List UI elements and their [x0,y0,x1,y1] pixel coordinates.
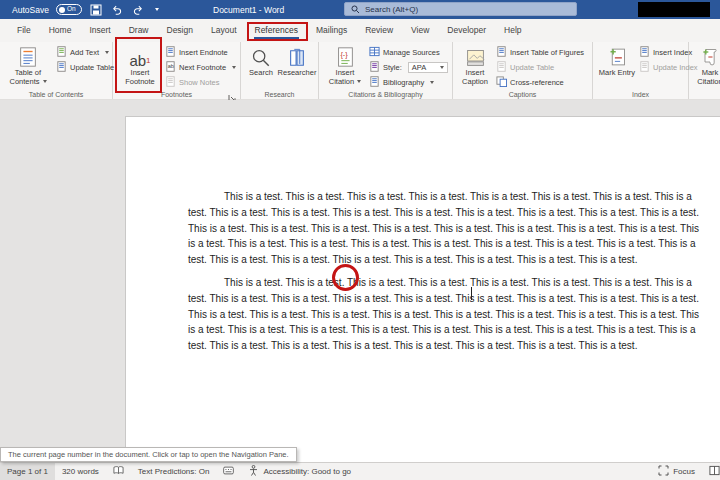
autosave-label: AutoSave [12,5,49,15]
add-text-button[interactable]: Add Text [56,46,114,58]
bibliography-icon [369,76,380,89]
show-notes-button[interactable]: Show Notes [165,76,236,88]
update-table-icon [56,61,67,74]
group-research: Search Researcher Research [241,42,319,99]
text-cursor [471,287,472,300]
group-label-table-of-contents: Table of Contents [0,91,112,98]
page-number-status[interactable]: Page 1 of 1 [0,463,55,480]
group-label-footnotes: Footnotes [113,91,240,98]
style-select[interactable]: APA [408,62,448,73]
word-count-status[interactable]: 320 words [55,463,106,480]
insert-table-of-figures-button[interactable]: Insert Table of Figures [496,46,584,58]
tab-view[interactable]: View [402,20,438,41]
undo-icon[interactable] [110,3,124,17]
save-icon[interactable] [89,3,103,17]
text-predictions-icon [223,465,234,478]
title-bar: AutoSave On Document1 - Word Search (Alt… [0,0,720,19]
insert-footnote-icon: ab1 [129,44,150,68]
autosave-toggle[interactable]: On [56,4,82,15]
tab-review[interactable]: Review [356,20,402,41]
paragraph: This is a test. This is a test. This is … [188,275,704,354]
document-text[interactable]: This is a test. This is a test. This is … [188,189,704,361]
tab-layout[interactable]: Layout [202,20,246,41]
update-table-captions-icon [496,61,507,74]
active-tab-underline [254,37,299,39]
insert-citation-button[interactable]: {-} Insert Citation [324,44,366,86]
add-text-icon [56,46,67,59]
bibliography-button[interactable]: Bibliography [369,76,448,88]
mark-citation-button[interactable]: Mark Citation [695,44,720,86]
search-input[interactable]: Search (Alt+Q) [344,2,577,16]
quick-access-toolbar: AutoSave On [12,0,159,19]
proofing-status[interactable] [106,463,131,480]
tab-design[interactable]: Design [158,20,202,41]
style-icon [369,61,380,74]
tab-file[interactable]: File [8,20,40,41]
mark-entry-icon [607,44,628,68]
table-of-contents-icon [17,44,39,68]
ribbon: Table of Contents Add Text Update Table … [0,42,720,100]
researcher-button[interactable]: Researcher [277,44,317,78]
insert-citation-icon: {-} [334,44,356,68]
style-dropdown[interactable]: Style:APA [369,61,448,73]
next-footnote-button[interactable]: abNext Footnote [165,61,236,73]
manage-sources-icon [369,46,380,59]
group-table-of-contents: Table of Contents Add Text Update Table … [0,42,113,99]
status-bar: Page 1 of 1 320 words Text Predictions: … [0,462,720,480]
ribbon-tab-bar: File Home Insert Draw Design Layout Refe… [0,19,720,42]
focus-mode-button[interactable]: Focus [651,463,702,480]
tab-insert[interactable]: Insert [80,20,119,41]
group-label-index: Index [593,91,688,98]
update-table-captions-button[interactable]: Update Table [496,61,584,73]
tab-help[interactable]: Help [495,20,530,41]
qat-customize-chevron-icon[interactable] [155,8,159,11]
text-predictions-status[interactable]: Text Predictions: On [131,463,217,480]
cross-reference-icon [496,76,507,89]
table-of-contents-button[interactable]: Table of Contents [2,44,54,86]
svg-text:ab: ab [168,63,174,69]
svg-text:{-}: {-} [340,50,348,59]
tab-developer[interactable]: Developer [438,20,495,41]
toggle-knob-icon [59,7,65,13]
page-number-tooltip: The current page number in the document.… [0,447,297,462]
group-citations-bibliography: {-} Insert Citation Manage Sources Style… [319,42,453,99]
group-index: Mark Entry Insert Index Update Index Ind… [593,42,689,99]
proofing-book-icon [113,465,124,478]
group-label-research: Research [241,91,318,98]
show-notes-icon [165,76,176,89]
document-page[interactable]: This is a test. This is a test. This is … [125,116,720,462]
document-canvas: This is a test. This is a test. This is … [0,100,720,462]
group-label-citations: Citations & Bibliography [319,91,452,98]
search-button[interactable]: Search [244,44,278,78]
tab-references[interactable]: References [246,20,307,41]
search-icon [351,0,360,18]
redo-icon[interactable] [131,3,145,17]
tab-draw[interactable]: Draw [120,20,158,41]
footnotes-dialog-launcher-icon[interactable] [228,88,237,97]
view-mode-button[interactable] [702,463,720,480]
insert-caption-button[interactable]: Insert Caption [456,44,494,86]
mark-citation-icon [700,44,720,68]
tab-mailings[interactable]: Mailings [307,20,356,41]
update-table-button[interactable]: Update Table [56,61,114,73]
group-label-captions: Captions [453,91,592,98]
group-captions: Insert Caption Insert Table of Figures U… [453,42,593,99]
paragraph: This is a test. This is a test. This is … [188,189,704,268]
manage-sources-button[interactable]: Manage Sources [369,46,448,58]
word-window: AutoSave On Document1 - Word Search (Alt… [0,0,720,480]
cross-reference-button[interactable]: Cross-reference [496,76,584,88]
text-predictions-icon-seg[interactable] [216,463,241,480]
mark-entry-button[interactable]: Mark Entry [598,44,636,78]
insert-footnote-button[interactable]: ab1 Insert Footnote [119,44,161,86]
insert-endnote-button[interactable]: Insert Endnote [165,46,236,58]
search-ribbon-icon [251,44,271,68]
focus-icon [658,465,669,478]
accessibility-status[interactable]: Accessibility: Good to go [241,463,358,480]
update-index-icon [639,61,650,74]
view-mode-icon [709,465,720,478]
next-footnote-icon: ab [165,61,176,74]
group-table-of-authorities: Mark Citation [689,42,720,99]
researcher-icon [287,44,307,68]
insert-endnote-icon [165,46,176,59]
tab-home[interactable]: Home [40,20,81,41]
